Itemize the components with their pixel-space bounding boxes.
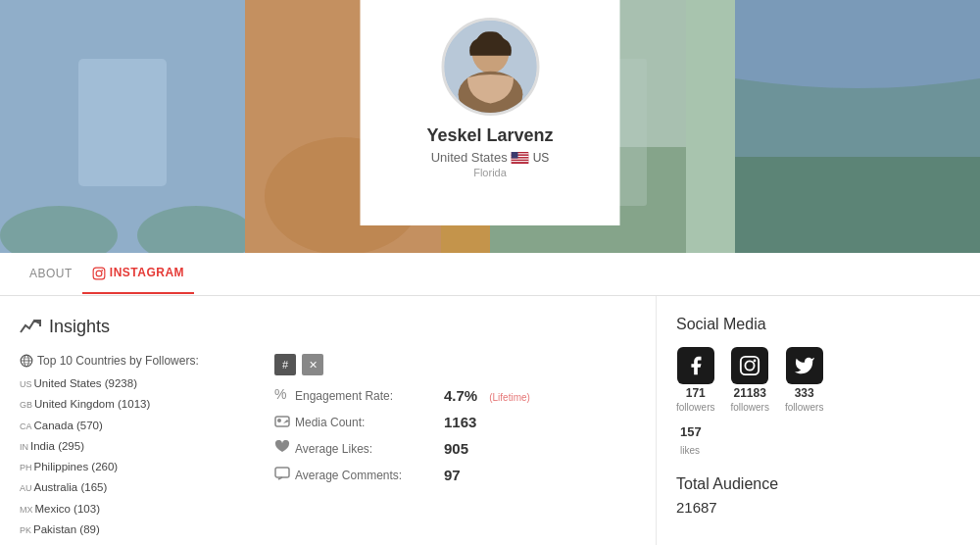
total-audience-title: Total Audience xyxy=(676,475,960,493)
svg-rect-26 xyxy=(93,268,105,279)
metric-value: 97 xyxy=(444,467,461,483)
profile-location: United States US xyxy=(431,150,550,165)
svg-rect-2 xyxy=(78,59,167,186)
likes-label: likes xyxy=(680,445,700,456)
instagram-icon[interactable] xyxy=(731,347,768,384)
insights-header: Insights xyxy=(20,316,636,338)
metrics-list: % Engagement Rate: 4.7% (Lifetime) Media… xyxy=(274,387,636,483)
instagram-tab-label: INSTAGRAM xyxy=(110,266,184,279)
metric-row: Average Comments: 97 xyxy=(274,467,636,483)
likes-count: 157 xyxy=(680,424,702,439)
svg-point-36 xyxy=(277,419,281,422)
metric-sub: (Lifetime) xyxy=(489,392,530,403)
countries-header: Top 10 Countries by Followers: xyxy=(20,354,235,368)
profile-card: Yeskel Larvenz United States US Florida xyxy=(361,0,620,225)
country-item: INIndia (295) xyxy=(20,438,235,455)
metric-label: Average Likes: xyxy=(274,440,436,457)
country-item: PKPakistan (89) xyxy=(20,521,235,538)
metric-row: Media Count: 1163 xyxy=(274,414,636,430)
svg-text:%: % xyxy=(274,387,286,401)
social-icons-row: 171 followers 21183 followers xyxy=(676,347,960,413)
metric-icon xyxy=(274,440,290,457)
globe-icon xyxy=(20,354,33,368)
metric-icon: % xyxy=(274,387,290,404)
tabs-bar: ABOUT INSTAGRAM xyxy=(0,253,980,296)
close-btn[interactable]: ✕ xyxy=(302,354,323,375)
svg-rect-18 xyxy=(512,161,529,162)
countries-header-text: Top 10 Countries by Followers: xyxy=(37,354,199,368)
likes-row: 157 likes xyxy=(680,422,960,458)
twitter-label: followers xyxy=(785,402,823,413)
total-audience-value: 21687 xyxy=(676,499,960,516)
main-content: Insights Top 10 Countries by Followers: … xyxy=(0,296,980,545)
countries-list: USUnited States (9238)GBUnited Kingdom (… xyxy=(20,375,235,545)
metric-label: % Engagement Rate: xyxy=(274,387,436,404)
country-item: GBUnited Kingdom (1013) xyxy=(20,396,235,413)
country-item: PHPhilippines (260) xyxy=(20,459,235,475)
flag-icon xyxy=(512,152,529,164)
metric-label: Average Comments: xyxy=(274,467,436,483)
metric-value: 905 xyxy=(444,440,468,457)
tab-about[interactable]: ABOUT xyxy=(20,255,82,294)
metric-icon xyxy=(274,467,290,483)
metric-row: % Engagement Rate: 4.7% (Lifetime) xyxy=(274,387,636,404)
country-item: CACanada (570) xyxy=(20,418,235,434)
banner-image-1 xyxy=(0,0,245,253)
metrics-section: # ✕ % Engagement Rate: 4.7% (Lifetime) M… xyxy=(255,354,636,545)
metric-value: 4.7% xyxy=(444,387,477,404)
tab-instagram[interactable]: INSTAGRAM xyxy=(82,254,194,294)
svg-point-39 xyxy=(746,361,755,370)
metric-row: Average Likes: 905 xyxy=(274,440,636,457)
facebook-count: 171 xyxy=(686,386,706,400)
metric-label: Media Count: xyxy=(274,414,436,430)
instagram-count: 21183 xyxy=(734,386,766,400)
facebook-icon[interactable] xyxy=(677,347,714,384)
svg-rect-16 xyxy=(512,158,529,159)
banner-image-4 xyxy=(735,0,980,253)
metrics-header-icons: # ✕ xyxy=(274,354,636,375)
twitter-icon[interactable] xyxy=(786,347,823,384)
insights-icon xyxy=(20,316,41,338)
svg-rect-17 xyxy=(512,159,529,160)
insights-body: Top 10 Countries by Followers: USUnited … xyxy=(20,354,636,545)
insights-title: Insights xyxy=(49,317,110,337)
countries-section: Top 10 Countries by Followers: USUnited … xyxy=(20,354,235,545)
country-item: AUAustralia (165) xyxy=(20,479,235,496)
svg-point-28 xyxy=(101,270,103,272)
right-panel: Social Media 171 followers xyxy=(657,296,980,545)
avatar xyxy=(441,18,539,116)
twitter-count: 333 xyxy=(795,386,814,400)
facebook-item: 171 followers xyxy=(676,347,714,413)
hashtag-btn[interactable]: # xyxy=(274,354,296,375)
banner: Yeskel Larvenz United States US Florida xyxy=(0,0,980,253)
country-item: USUnited States (9238) xyxy=(20,375,235,392)
country-item: MXMexico (103) xyxy=(20,501,235,518)
svg-rect-20 xyxy=(512,152,518,159)
metric-icon xyxy=(274,414,290,430)
svg-rect-38 xyxy=(741,357,759,374)
profile-name: Yeskel Larvenz xyxy=(426,125,553,146)
twitter-item: 333 followers xyxy=(785,347,823,413)
instagram-tab-icon xyxy=(92,267,106,280)
left-panel: Insights Top 10 Countries by Followers: … xyxy=(0,296,657,545)
svg-rect-19 xyxy=(512,162,529,163)
facebook-label: followers xyxy=(676,402,714,413)
instagram-social-item: 21183 followers xyxy=(730,347,768,413)
profile-country-code: US xyxy=(533,151,550,165)
svg-point-27 xyxy=(96,271,102,276)
svg-rect-37 xyxy=(275,468,289,477)
metric-value: 1163 xyxy=(444,414,476,430)
svg-point-40 xyxy=(754,360,757,363)
instagram-label: followers xyxy=(730,402,768,413)
social-media-title: Social Media xyxy=(676,316,960,333)
profile-state: Florida xyxy=(473,167,507,178)
profile-country: United States xyxy=(431,150,508,165)
